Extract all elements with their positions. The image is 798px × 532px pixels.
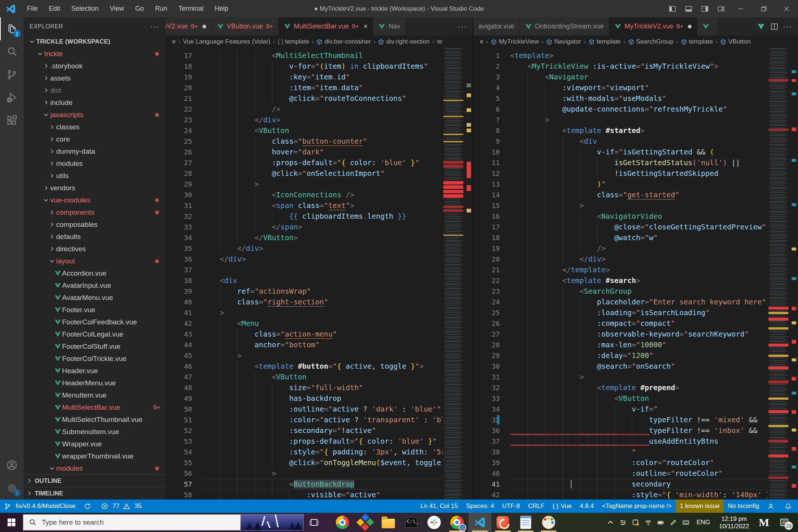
code-line-35[interactable]: 35 typeFilter !== 'mixed' && [473,415,768,425]
code-line-21[interactable]: 21 @click="routeToConnections" [166,93,443,104]
volar-preview-button[interactable] [754,20,768,33]
taskbar-app-chrome[interactable] [331,513,354,532]
code-line-16[interactable]: 16 <NavigatorVideo [473,211,768,222]
taskbar-app-office[interactable] [491,513,514,532]
tray-touch-keyboard-icon[interactable] [679,513,692,532]
code-line-48[interactable]: 48 size="full-width" [166,382,443,393]
tray-pen-icon[interactable] [667,513,679,532]
tree-file-avatarmenu.vue[interactable]: AvatarMenu.vue [24,291,166,304]
code-line-27[interactable]: 27 :props-default="{ color: 'blue' }" [166,157,443,168]
code-line-50[interactable]: 50 :outline="active ? 'dark' : 'blue'" [166,404,443,415]
tab-MultiSelectBar.vue[interactable]: MultiSelectBar.vue9+× [279,17,373,35]
indentation[interactable]: Spaces: 4 [462,499,498,513]
breadcrumb-item[interactable]: VButton [720,38,751,45]
minimap[interactable] [443,48,465,499]
code-line-15[interactable]: 15 > [473,200,768,211]
activitybar-explorer[interactable]: 1 [0,17,24,40]
code-line-3[interactable]: 3 <Navigator [473,72,768,82]
code-line-8[interactable]: 8 <template #started> [473,125,768,136]
code-line-40[interactable]: 40 :outline="routeColor" [473,468,768,479]
tree-file-footercolstuff.vue[interactable]: FooterColStuff.vue [24,340,166,352]
breadcrumb-item[interactable]: e [480,38,483,45]
activitybar-manage[interactable]: 1 [0,477,24,499]
search-highlight-graphic[interactable] [241,515,303,530]
restore-button[interactable] [752,0,775,17]
menu-help[interactable]: Help [209,0,234,17]
taskbar-app-vscode[interactable] [468,513,491,532]
code-line-30[interactable]: 30 @search="onSearch" [473,361,768,372]
tree-file-footercollegal.vue[interactable]: FooterColLegal.vue [24,328,166,340]
code-line-10[interactable]: 10 v-if="isGettingStarted && ( [473,147,768,157]
taskbar-app-notepad[interactable] [514,513,537,532]
branch-status[interactable]: fix/v0.4.6/ModalClose [0,499,80,513]
code-line-42[interactable]: 42 :style="{ 'min-width': '140px' } [473,490,768,499]
tree-file-footercoltrickle.vue[interactable]: FooterColTrickle.vue [24,352,166,365]
menu-view[interactable]: View [104,0,130,17]
action-center-button[interactable]: 23 [774,513,794,532]
taskbar-app-terminal[interactable]: C:\_ [400,513,423,532]
editor-more-actions-button[interactable]: ··· [456,20,469,33]
code-line-41[interactable]: 41 secondary [473,479,768,490]
code-line-24[interactable]: 24 <VButton [166,125,443,136]
tab-TrickleV2.vue[interactable]: TrickleV2.vue9+ [166,17,212,35]
code-line-36[interactable]: 36 typeFilter !== 'inbox' && [473,425,768,436]
code-line-56[interactable]: 56 > [166,468,443,479]
tree-file-wrapper.vue[interactable]: Wrapper.vue [24,438,166,450]
split-editor-button[interactable] [768,20,781,33]
explorer-more-actions-button[interactable]: ··· [150,22,160,31]
code-line-38[interactable]: 38 " [473,447,768,457]
code-line-26[interactable]: 26 hover="dark" [166,147,443,157]
tray-wifi-icon[interactable] [642,513,654,532]
activitybar-run-debug[interactable] [0,86,24,109]
code-line-40[interactable]: 40 class="right-section" [166,297,443,307]
close-button[interactable] [775,0,798,17]
tree-folder-trickle--workspace-[interactable]: TRICKLE (WORKSPACE) [24,35,166,48]
minimize-button[interactable] [729,0,752,17]
code-line-26[interactable]: 26 :compact="compact" [473,318,768,329]
code-line-27[interactable]: 27 :observable-keyword="searchKeyword" [473,329,768,340]
code-line-37[interactable]: 37 [166,265,443,275]
toggle-sidebar-button[interactable] [664,0,681,17]
taskbar-search-input[interactable]: Type here to search [23,514,304,531]
breadcrumb-item[interactable]: { }template [277,38,309,45]
code-line-34[interactable]: 34 v-if=" [473,404,768,415]
feedback-button[interactable] [763,499,781,513]
code-line-32[interactable]: 32 <template #prepend> [473,382,768,393]
problems-status[interactable]: 7735 [97,499,146,513]
code-line-55[interactable]: 55 @click="onToggleMenu($event, toggle)" [166,457,443,468]
code-line-33[interactable]: 33 </span> [166,222,443,232]
code-line-13[interactable]: 13 )" [473,179,768,190]
code-line-44[interactable]: 44 anchor="bottom" [166,340,443,350]
code-line-47[interactable]: 47 <VButton [166,372,443,382]
tree-folder-modules[interactable]: modules [24,157,166,170]
tree-file-multiselectbar.vue[interactable]: MultiSelectBar.vue9+ [24,401,166,413]
tsconfig-status[interactable]: No tsconfig [724,499,763,513]
code-line-29[interactable]: 29 > [166,179,443,190]
language-mode[interactable]: { }Vue [549,499,576,513]
code-line-54[interactable]: 54 :style="{ padding: '3px', width: '5re… [166,447,443,457]
tree-folder-defaults[interactable]: defaults [24,231,166,243]
code-line-22[interactable]: 22 /> [166,104,443,115]
toggle-secondary-sidebar-button[interactable] [697,0,713,17]
code-line-17[interactable]: 17 <MultiSelectThumbnail [166,50,443,61]
taskbar-app-diagram[interactable] [354,513,377,532]
breadcrumb-item[interactable]: MyTrickleView [491,38,539,45]
code-line-36[interactable]: 36 </div> [166,254,443,265]
code-line-51[interactable]: 51 :color="active ? 'transparent' : 'blu… [166,415,443,425]
breadcrumb-item[interactable]: div.bar-container [316,38,371,45]
code-line-58[interactable]: 58 :visible="active" [166,490,443,499]
code-line-18[interactable]: 18 @watch="w" [473,232,768,243]
code-line-33[interactable]: 33 <VButton [473,393,768,404]
code-editor[interactable]: 1<template>2 <MyTrickleView :is-active="… [473,48,798,499]
task-view-button[interactable] [304,513,324,532]
breadcrumb-item[interactable]: Navigator [546,38,581,45]
tab-close-icon[interactable]: × [364,22,368,31]
code-line-14[interactable]: 14 class="get-started" [473,190,768,200]
known-issues[interactable]: 1 known issue [676,499,724,513]
tree-folder-vendors[interactable]: vendors [24,182,166,194]
taskbar-app-slack[interactable] [423,513,446,532]
code-line-25[interactable]: 25 class="button-counter" [166,136,443,147]
menu-go[interactable]: Go [130,0,150,17]
code-line-37[interactable]: 37 useAddEntityBtns [473,436,768,447]
tree-folder-assets[interactable]: assets [24,72,166,84]
